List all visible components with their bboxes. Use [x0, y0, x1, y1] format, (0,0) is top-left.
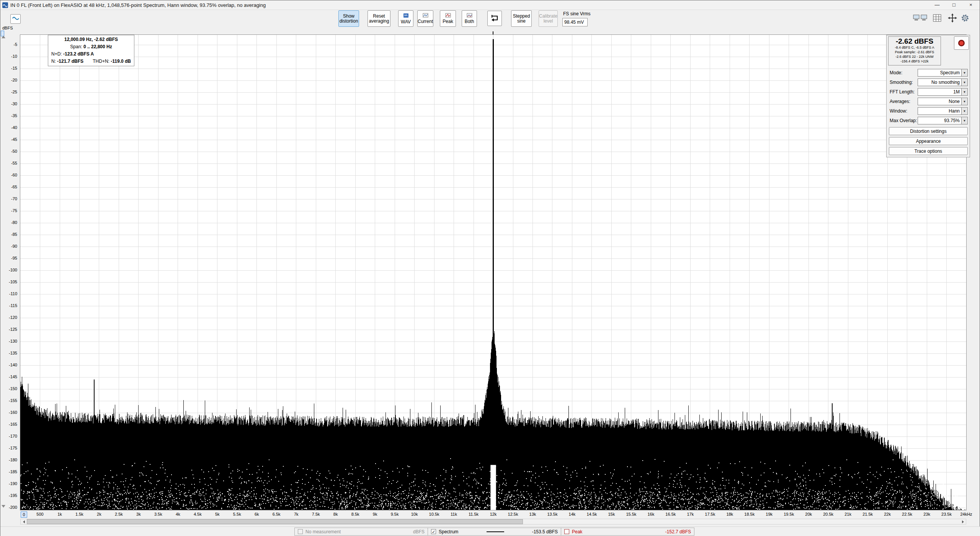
select-averages[interactable]: None▼: [918, 98, 968, 105]
trace-options-button[interactable]: Trace options: [889, 147, 968, 155]
record-button[interactable]: [954, 36, 969, 50]
scroll-left-icon[interactable]: [21, 519, 27, 524]
y-axis-label: -80: [3, 220, 17, 225]
appearance-button[interactable]: Appearance: [889, 137, 968, 145]
save-wav-button[interactable]: WAV: [398, 10, 413, 27]
distortion-settings-button[interactable]: Distortion settings: [889, 127, 968, 135]
rta-control-panel: -2.62 dBFS -8.4 dBFS C, -6.5 dBFS A Peak…: [886, 35, 970, 157]
legend-peak: Peak -152.7 dBFS: [561, 528, 694, 535]
select-max-overlap-value: 93.75%: [918, 118, 961, 123]
x-axis-label: 7k: [294, 512, 299, 516]
x-axis-label: 23k: [923, 512, 930, 516]
y-axis-label: -70: [3, 196, 17, 201]
y-axis-label: -185: [3, 469, 17, 474]
x-axis-label: 16k: [647, 512, 654, 516]
y-axis-label: -155: [3, 398, 17, 403]
y-axis-label: -100: [3, 268, 17, 272]
spectrum-plot[interactable]: [20, 34, 967, 510]
close-button[interactable]: ×: [962, 0, 979, 9]
select-averages-value: None: [918, 99, 961, 104]
y-axis-label: -125: [3, 327, 17, 332]
y-axis-up-arrow-icon[interactable]: [2, 36, 5, 38]
select-mode[interactable]: Spectrum▼: [918, 69, 968, 77]
legend-spectrum: Spectrum -153.5 dBFS: [428, 528, 561, 535]
x-axis-label: 1.5k: [75, 512, 83, 516]
peak-checkbox[interactable]: [564, 529, 569, 534]
grid-view-icon[interactable]: [932, 13, 942, 23]
peak-button[interactable]: Peak: [440, 10, 456, 27]
y-axis-label: -20: [3, 78, 17, 82]
chevron-down-icon[interactable]: ▼: [961, 79, 967, 86]
select-fft-length[interactable]: 1M▼: [918, 88, 968, 96]
current-button[interactable]: Current: [417, 10, 433, 27]
loop-arrow-icon: [490, 13, 499, 24]
chevron-down-icon[interactable]: ▼: [961, 98, 967, 105]
panel-row-smoothing: Smoothing:No smoothing▼: [889, 78, 968, 86]
chevron-down-icon[interactable]: ▼: [961, 108, 967, 114]
y-axis-label: -110: [3, 291, 17, 296]
fs-sine-input[interactable]: 98.45 mV: [562, 18, 588, 26]
y-axis-label: -25: [3, 90, 17, 94]
maximize-button[interactable]: □: [946, 0, 962, 9]
status-bar: No measurement dBFS Spectrum -153.5 dBFS…: [0, 526, 980, 536]
minimize-button[interactable]: —: [929, 0, 946, 9]
generator-button[interactable]: [10, 14, 21, 24]
y-axis-label: -105: [3, 279, 17, 284]
x-axis-label: 500: [36, 512, 43, 516]
x-axis-label: 21k: [844, 512, 851, 516]
both-button[interactable]: Both: [462, 10, 477, 27]
spectrum-checkbox[interactable]: [431, 529, 436, 534]
show-distortion-button[interactable]: Show distortion: [338, 10, 359, 27]
select-smoothing[interactable]: No smoothing▼: [918, 78, 968, 86]
panel-label-smoothing: Smoothing:: [890, 78, 913, 86]
cursor-info-box: 12,000.09 Hz, -2.62 dBFS Span: 0 .. 22,8…: [48, 35, 134, 66]
dual-display-icon[interactable]: [912, 13, 928, 23]
x-axis-label: 8k: [333, 512, 338, 516]
x-axis-label: 24kHz: [960, 512, 972, 516]
reset-averaging-button[interactable]: Reset averaging: [368, 10, 390, 27]
y-axis-label: -195: [3, 493, 17, 498]
peak-label: Peak: [443, 19, 453, 24]
y-axis-unit: dBFS: [2, 26, 13, 30]
trace-legend: No measurement dBFS Spectrum -153.5 dBFS…: [294, 528, 694, 536]
y-axis-label: -95: [3, 256, 17, 260]
y-axis-label: -130: [3, 339, 17, 343]
x-axis-label: 5.5k: [233, 512, 241, 516]
y-axis-label: -175: [3, 446, 17, 450]
x-axis-scrollbar[interactable]: [20, 519, 966, 525]
fs-sine-label: FS sine Vrms: [563, 11, 591, 16]
level-readout-weighted: -8.4 dBFS C, -6.5 dBFS A: [889, 45, 941, 50]
move-axes-icon[interactable]: [946, 13, 959, 23]
current-label: Current: [418, 19, 433, 24]
x-axis-label: 18k: [726, 512, 733, 516]
x-axis-label: 17.5k: [705, 512, 715, 516]
x-axis-label: 22.5k: [902, 512, 912, 516]
chevron-down-icon[interactable]: ▼: [961, 88, 967, 95]
y-axis-label: -145: [3, 374, 17, 379]
x-axis-label: 7.5k: [312, 512, 320, 516]
x-axis-label: 14k: [569, 512, 576, 516]
x-axis-label: 19k: [766, 512, 773, 516]
scrollbar-thumb[interactable]: [27, 519, 523, 524]
app-window: IN 0 FL (Front Left) on FlexASIO at 48 k…: [0, 0, 980, 536]
y-axis-label: -50: [3, 149, 17, 154]
stepped-sine-button[interactable]: Stepped sine: [511, 10, 532, 27]
settings-gear-icon[interactable]: [960, 13, 969, 23]
select-max-overlap[interactable]: 93.75%▼: [918, 117, 968, 124]
level-readout-band: -2.6 dBFS 22 - 22k UNW: [889, 54, 941, 59]
both-label: Both: [465, 19, 474, 24]
x-axis-label: 12.5k: [508, 512, 518, 516]
chevron-down-icon[interactable]: ▼: [961, 117, 967, 124]
x-axis-label: 10k: [411, 512, 418, 516]
loop-measure-button[interactable]: [487, 11, 502, 26]
no-measurement-checkbox[interactable]: [298, 529, 303, 534]
x-axis-label: 10.5k: [429, 512, 439, 516]
y-axis-label: -115: [3, 303, 17, 308]
chevron-down-icon[interactable]: ▼: [961, 69, 967, 76]
x-origin-label[interactable]: 0: [21, 511, 27, 518]
select-window[interactable]: Hann▼: [918, 107, 968, 115]
scroll-right-icon[interactable]: [960, 519, 966, 524]
y-axis-label: -190: [3, 481, 17, 486]
y-axis-label: -5: [3, 42, 17, 47]
panel-row-fft-length: FFT Length:1M▼: [889, 88, 968, 96]
